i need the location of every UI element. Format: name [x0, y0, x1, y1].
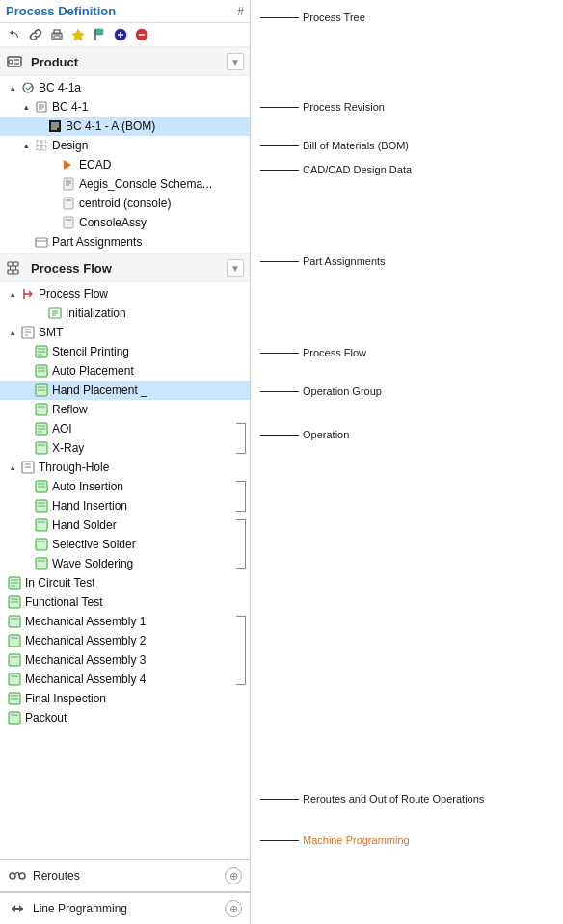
- line-programming-add-btn[interactable]: ⊕: [225, 900, 242, 917]
- tree-item-through-hole[interactable]: ▴ Through-Hole: [0, 458, 250, 477]
- annotations-panel: Process Tree Process Revision Bill of Ma…: [251, 0, 563, 924]
- tree-item-ecad[interactable]: ECAD: [0, 155, 250, 174]
- tree-item-design[interactable]: ▴ Design: [0, 136, 250, 155]
- product-title: Product: [6, 52, 78, 71]
- link-icon[interactable]: [27, 26, 44, 43]
- tree-item-hand-insertion[interactable]: Hand Insertion: [0, 496, 250, 515]
- process-flow-collapse-btn[interactable]: ▼: [227, 259, 244, 277]
- svg-rect-27: [37, 145, 41, 150]
- expand-icon[interactable]: ▴: [6, 81, 19, 94]
- line-programming-title: Line Programming: [8, 899, 127, 918]
- initialization-label: Initialization: [66, 306, 126, 320]
- through-hole-ops-group: Auto Insertion Hand Insertion: [0, 477, 250, 515]
- product-collapse-btn[interactable]: ▼: [227, 53, 244, 70]
- tree-item-selective-solder[interactable]: Selective Solder: [0, 535, 250, 554]
- tree-item-ict[interactable]: In Circuit Test: [0, 573, 250, 593]
- tree-item-revision[interactable]: ▴ BC 4-1a: [0, 78, 250, 97]
- expand-icon[interactable]: ▴: [6, 461, 19, 474]
- stencil-printing-label: Stencil Printing: [52, 345, 129, 358]
- svg-point-111: [10, 873, 15, 879]
- tree-item-stencil-printing[interactable]: Stencil Printing: [0, 342, 250, 361]
- tree-item-hand-placement[interactable]: Hand Placement _: [0, 381, 250, 400]
- tree-item-centroid[interactable]: centroid (console): [0, 194, 250, 213]
- mech-2-icon: [6, 632, 23, 649]
- undo-icon[interactable]: [6, 26, 23, 43]
- expand-icon[interactable]: ▴: [6, 287, 19, 301]
- svg-point-12: [9, 60, 13, 64]
- tree-item-mech-1[interactable]: Mechanical Assembly 1: [0, 612, 250, 631]
- aoi-icon: [33, 420, 50, 437]
- line-programming-header: Line Programming ⊕: [0, 893, 250, 924]
- auto-insertion-label: Auto Insertion: [52, 480, 123, 493]
- expand-icon: [46, 158, 60, 172]
- remove-icon[interactable]: [133, 26, 150, 43]
- print-icon[interactable]: [48, 26, 66, 43]
- svg-marker-3: [72, 29, 84, 40]
- expand-icon[interactable]: ▴: [19, 100, 33, 114]
- tree-item-smt[interactable]: ▴ SMT: [0, 323, 250, 342]
- ann-process-revision-text: Process Revision: [299, 101, 385, 113]
- svg-rect-102: [9, 654, 20, 666]
- tree-item-bom[interactable]: BC 4-1 - A (BOM): [0, 117, 250, 136]
- process-flow-section-header: Process Flow ▼: [0, 253, 250, 282]
- ann-process-tree-text: Process Tree: [299, 12, 365, 23]
- hand-insertion-label: Hand Insertion: [52, 499, 127, 513]
- aoi-label: AOI: [52, 422, 72, 436]
- svg-rect-43: [13, 270, 18, 274]
- tree-item-auto-insertion[interactable]: Auto Insertion: [0, 477, 250, 496]
- ann-cad: CAD/CAD Design Data: [260, 164, 412, 175]
- schema-label: Aegis_Console Schema...: [79, 177, 212, 191]
- flag-icon[interactable]: [91, 26, 108, 43]
- tree-item-process-flow-root[interactable]: ▴ Process Flow: [0, 284, 250, 304]
- tree-item-aoi[interactable]: AOI: [0, 419, 250, 438]
- tree-item-consoleassy[interactable]: ConsoleAssy: [0, 213, 250, 232]
- reroutes-add-btn[interactable]: ⊕: [225, 867, 242, 884]
- tree-item-part-assignments[interactable]: Part Assignments: [0, 232, 250, 251]
- tree-item-final-inspection[interactable]: Final Inspection: [0, 689, 250, 708]
- tree-item-mech-2[interactable]: Mechanical Assembly 2: [0, 631, 250, 650]
- panel-title: Process Definition: [6, 4, 116, 18]
- tree-item-initialization[interactable]: Initialization: [0, 304, 250, 323]
- tree-item-auto-placement[interactable]: Auto Placement: [0, 361, 250, 381]
- centroid-label: centroid (console): [79, 197, 171, 210]
- ann-cad-text: CAD/CAD Design Data: [299, 164, 412, 175]
- svg-rect-104: [9, 673, 20, 685]
- ecad-label: ECAD: [79, 158, 111, 172]
- tree-item-functional-test[interactable]: Functional Test: [0, 593, 250, 612]
- reroutes-title: Reroutes: [8, 866, 80, 885]
- part-assignments-icon: [33, 233, 50, 251]
- pf-root-label: Process Flow: [39, 287, 108, 301]
- expand-icon[interactable]: ▴: [6, 326, 19, 339]
- tree-item-version[interactable]: ▴ BC 4-1: [0, 97, 250, 117]
- panel-header: Process Definition #: [0, 0, 250, 23]
- version-icon: [33, 98, 50, 116]
- svg-rect-100: [9, 635, 20, 647]
- tree-item-wave-soldering[interactable]: Wave Soldering: [0, 554, 250, 573]
- ann-reroutes-text: Reroutes and Out of Route Operations: [299, 793, 484, 805]
- revision-label: BC 4-1a: [39, 81, 81, 94]
- svg-rect-74: [36, 442, 47, 454]
- line-programming-icon: [8, 899, 27, 918]
- functional-test-icon: [6, 594, 23, 611]
- toolbar: [0, 23, 250, 47]
- tree-item-packout[interactable]: Packout: [0, 708, 250, 727]
- svg-rect-34: [64, 198, 73, 209]
- add-circle-icon[interactable]: [112, 26, 129, 43]
- star-icon[interactable]: [69, 26, 87, 43]
- tree-item-mech-3[interactable]: Mechanical Assembly 3: [0, 650, 250, 670]
- tree-item-reflow[interactable]: Reflow: [0, 400, 250, 419]
- tree-item-schema[interactable]: Aegis_Console Schema...: [0, 174, 250, 194]
- tree-item-xray[interactable]: X-Ray: [0, 438, 250, 458]
- tree-item-hand-solder[interactable]: Hand Solder: [0, 515, 250, 535]
- hand-solder-label: Hand Solder: [52, 518, 117, 532]
- mech-1-icon: [6, 613, 23, 630]
- expand-icon[interactable]: ▴: [19, 139, 33, 152]
- ann-operation-group: Operation Group: [260, 385, 382, 397]
- expand-icon: [46, 216, 60, 229]
- tree-item-mech-4[interactable]: Mechanical Assembly 4: [0, 670, 250, 689]
- ann-process-revision: Process Revision: [260, 101, 385, 113]
- mech-2-label: Mechanical Assembly 2: [25, 634, 146, 647]
- svg-rect-25: [37, 141, 41, 145]
- pin-button[interactable]: #: [237, 5, 244, 18]
- expand-icon: [19, 235, 33, 249]
